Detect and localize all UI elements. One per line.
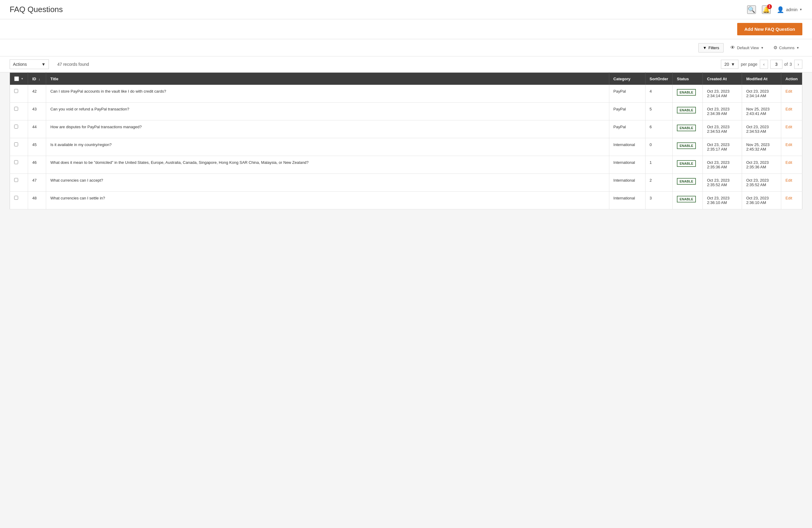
row-createdat: Oct 23, 20232:34:53 AM: [703, 120, 742, 138]
chevron-down-icon: ▼: [41, 62, 45, 67]
table-row: 42 Can I store PayPal accounts in the va…: [10, 85, 802, 103]
row-checkbox-cell: [10, 138, 28, 156]
sortorder-header[interactable]: SortOrder: [645, 73, 672, 85]
edit-link[interactable]: Edit: [785, 160, 792, 165]
row-category: International: [609, 174, 645, 191]
columns-button[interactable]: ⚙ Columns ▼: [770, 43, 802, 53]
status-header[interactable]: Status: [673, 73, 703, 85]
row-modifiedat: Oct 23, 20232:35:36 AM: [742, 156, 781, 174]
id-header[interactable]: ID ↓: [28, 73, 46, 85]
user-menu-button[interactable]: 👤 admin ▼: [777, 6, 802, 13]
action-header: Action: [781, 73, 802, 85]
category-header[interactable]: Category: [609, 73, 645, 85]
createdat-header[interactable]: Created At: [703, 73, 742, 85]
per-page-value: 20: [724, 62, 729, 67]
row-checkbox[interactable]: [14, 89, 18, 93]
table-row: 44 How are disputes for PayPal transacti…: [10, 120, 802, 138]
row-id: 43: [28, 103, 46, 120]
row-id: 47: [28, 174, 46, 191]
actions-dropdown[interactable]: Actions ▼: [10, 59, 49, 69]
row-title: Can I store PayPal accounts in the vault…: [46, 85, 609, 103]
edit-link[interactable]: Edit: [785, 107, 792, 111]
row-createdat: Oct 23, 20232:35:17 AM: [703, 138, 742, 156]
row-category: International: [609, 191, 645, 209]
row-status: ENABLE: [673, 103, 703, 120]
chevron-down-icon: ▼: [731, 62, 735, 67]
row-sortorder: 1: [645, 156, 672, 174]
of-label: of: [784, 62, 788, 67]
table-row: 43 Can you void or refund a PayPal trans…: [10, 103, 802, 120]
row-checkbox-cell: [10, 191, 28, 209]
eye-icon: 👁: [730, 45, 735, 51]
prev-page-button[interactable]: ‹: [760, 60, 768, 69]
add-faq-button[interactable]: Add New FAQ Question: [737, 23, 802, 35]
row-action: Edit: [781, 174, 802, 191]
search-icon: 🔍: [748, 6, 755, 13]
row-id: 48: [28, 191, 46, 209]
row-checkbox[interactable]: [14, 125, 18, 129]
chevron-down-icon: ▼: [761, 46, 764, 49]
current-page-input[interactable]: [770, 60, 782, 69]
page-header: FAQ Questions 🔍 🔔 1 👤 admin ▼: [0, 0, 812, 19]
search-button[interactable]: 🔍: [747, 5, 756, 14]
row-modifiedat: Oct 23, 20232:34:53 AM: [742, 120, 781, 138]
row-modifiedat: Oct 23, 20232:36:10 AM: [742, 191, 781, 209]
row-checkbox[interactable]: [14, 107, 18, 111]
row-action: Edit: [781, 191, 802, 209]
table-container: ▼ ID ↓ Title Category SortOrder Status C…: [0, 72, 812, 219]
row-status: ENABLE: [673, 138, 703, 156]
select-all-header[interactable]: ▼: [10, 73, 28, 85]
view-label: Default View: [737, 45, 759, 50]
row-modifiedat: Oct 23, 20232:34:14 AM: [742, 85, 781, 103]
row-category: PayPal: [609, 103, 645, 120]
per-page-select[interactable]: 20 ▼: [721, 60, 738, 69]
edit-link[interactable]: Edit: [785, 125, 792, 129]
edit-link[interactable]: Edit: [785, 196, 792, 200]
modifiedat-header[interactable]: Modified At: [742, 73, 781, 85]
row-checkbox[interactable]: [14, 160, 18, 164]
row-sortorder: 6: [645, 120, 672, 138]
row-action: Edit: [781, 156, 802, 174]
table-header: ▼ ID ↓ Title Category SortOrder Status C…: [10, 73, 802, 85]
row-sortorder: 5: [645, 103, 672, 120]
row-title: How are disputes for PayPal transactions…: [46, 120, 609, 138]
notification-badge: 1: [767, 4, 772, 9]
row-action: Edit: [781, 120, 802, 138]
row-sortorder: 0: [645, 138, 672, 156]
row-checkbox[interactable]: [14, 178, 18, 182]
controls-bar: ▼ Filters 👁 Default View ▼ ⚙ Columns ▼: [0, 39, 812, 56]
filter-icon: ▼: [703, 45, 707, 50]
table-body: 42 Can I store PayPal accounts in the va…: [10, 85, 802, 209]
notification-button[interactable]: 🔔 1: [762, 5, 771, 14]
status-badge: ENABLE: [677, 196, 696, 202]
edit-link[interactable]: Edit: [785, 142, 792, 147]
edit-link[interactable]: Edit: [785, 89, 792, 94]
row-sortorder: 4: [645, 85, 672, 103]
row-action: Edit: [781, 103, 802, 120]
gear-icon: ⚙: [773, 45, 777, 51]
row-checkbox[interactable]: [14, 142, 18, 146]
row-checkbox-cell: [10, 85, 28, 103]
next-page-button[interactable]: ›: [794, 60, 802, 69]
row-sortorder: 2: [645, 174, 672, 191]
title-header[interactable]: Title: [46, 73, 609, 85]
row-sortorder: 3: [645, 191, 672, 209]
default-view-button[interactable]: 👁 Default View ▼: [727, 43, 767, 53]
status-badge: ENABLE: [677, 107, 696, 113]
status-badge: ENABLE: [677, 125, 696, 131]
edit-link[interactable]: Edit: [785, 178, 792, 183]
row-checkbox[interactable]: [14, 196, 18, 200]
status-badge: ENABLE: [677, 89, 696, 96]
row-status: ENABLE: [673, 191, 703, 209]
actions-wrapper: Actions ▼ 47 records found: [10, 59, 89, 69]
row-createdat: Oct 23, 20232:35:36 AM: [703, 156, 742, 174]
row-category: PayPal: [609, 120, 645, 138]
row-id: 45: [28, 138, 46, 156]
row-status: ENABLE: [673, 174, 703, 191]
row-id: 46: [28, 156, 46, 174]
select-all-checkbox[interactable]: [14, 76, 19, 81]
actions-label: Actions: [13, 62, 27, 67]
chevron-down-icon: ▼: [796, 46, 799, 49]
filters-button[interactable]: ▼ Filters: [698, 43, 724, 53]
row-checkbox-cell: [10, 156, 28, 174]
